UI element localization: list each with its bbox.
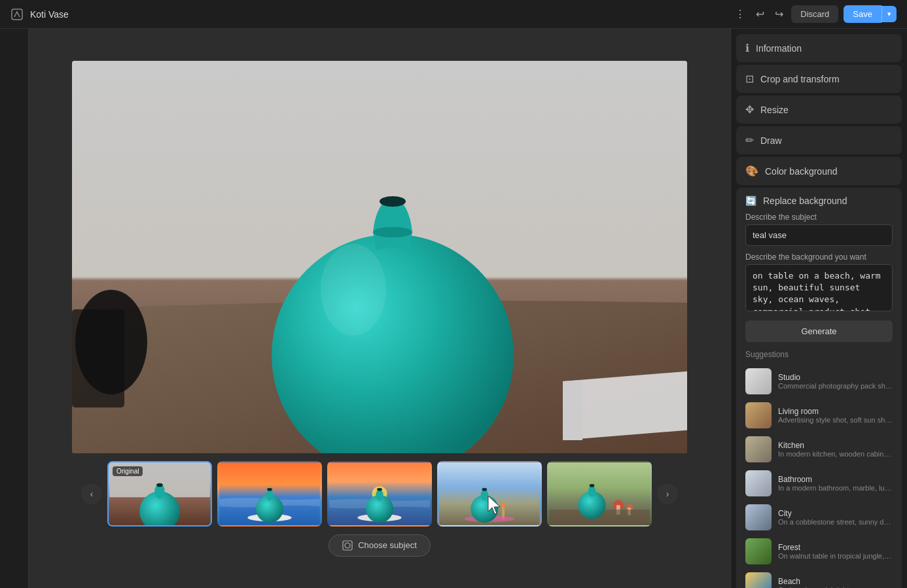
suggestion-text-3: Bathroom In a modern bathroom, marble, l…: [778, 475, 893, 492]
describe-bg-textarea[interactable]: on table on a beach, warm sun, beautiful…: [745, 264, 893, 311]
replace-bg-icon: 🔄: [745, 196, 756, 206]
topbar: Koti Vase ⋮ ↩ ↪ Discard Save ▾: [0, 0, 907, 29]
panel-item-draw[interactable]: ✏ Draw: [736, 126, 902, 154]
suggestions-title: Suggestions: [745, 350, 893, 359]
filmstrip-items: Original: [107, 461, 652, 527]
app-title: Koti Vase: [30, 9, 69, 20]
filmstrip-item-2[interactable]: [327, 461, 432, 527]
suggestion-desc-0: Commercial photography pack shot,...: [778, 382, 893, 390]
replace-bg-label: Replace background: [763, 196, 847, 206]
suggestion-text-0: Studio Commercial photography pack shot,…: [778, 373, 893, 390]
draw-label: Draw: [760, 135, 782, 146]
svg-point-41: [345, 543, 350, 548]
suggestion-thumb-6: [745, 572, 772, 588]
suggestion-name-6: Beach: [778, 577, 893, 586]
topbar-right: ⋮ ↩ ↪ Discard Save ▾: [732, 5, 897, 23]
panel-item-resize[interactable]: ✥ Resize: [736, 95, 902, 124]
suggestion-text-1: Living room Advertising style shot, soft…: [778, 407, 893, 424]
suggestion-item-studio[interactable]: Studio Commercial photography pack shot,…: [745, 364, 893, 398]
suggestion-name-1: Living room: [778, 407, 893, 416]
suggestion-item-forest[interactable]: Forest On walnut table in tropical jungl…: [745, 534, 893, 568]
canvas-image[interactable]: [72, 61, 687, 453]
describe-bg-group: Describe the background you want on tabl…: [745, 252, 893, 314]
canvas-svg: [72, 61, 687, 453]
replace-bg-section: 🔄 Replace background Describe the subjec…: [736, 188, 902, 588]
filmstrip-thumb-svg-2: [329, 462, 431, 525]
left-sidebar: [0, 29, 29, 588]
panel-item-information[interactable]: ℹ Information: [736, 34, 902, 62]
describe-subject-input[interactable]: [745, 224, 893, 246]
svg-point-26: [501, 503, 505, 507]
filmstrip-thumb-svg-4: [548, 462, 650, 525]
suggestions-list: Studio Commercial photography pack shot,…: [745, 364, 893, 588]
suggestion-item-beach[interactable]: Beach On beach sand, bright warm sun, bl…: [745, 568, 893, 588]
suggestion-thumb-4: [745, 504, 772, 530]
svg-point-12: [156, 483, 163, 487]
app-icon: [10, 8, 24, 21]
suggestion-thumb-1: [745, 402, 772, 428]
save-button-group: Save ▾: [844, 5, 897, 23]
crop-label: Crop and transform: [760, 74, 840, 84]
suggestion-thumb-2: [745, 436, 772, 462]
suggestions-section: Suggestions Studio Commercial photograph…: [745, 350, 893, 588]
suggestion-text-2: Kitchen In modern kitchen, wooden cabine…: [778, 441, 893, 458]
filmstrip-thumb-svg-1: [219, 462, 321, 525]
panel-item-color-bg[interactable]: 🎨 Color background: [736, 157, 902, 185]
crop-icon: ⊡: [745, 73, 754, 85]
svg-point-22: [376, 489, 383, 500]
filmstrip-item-3[interactable]: [437, 461, 542, 527]
filmstrip-prev-button[interactable]: ‹: [81, 483, 102, 504]
panel-item-crop[interactable]: ⊡ Crop and transform: [736, 65, 902, 93]
topbar-left: Koti Vase: [10, 8, 732, 21]
suggestion-item-kitchen[interactable]: Kitchen In modern kitchen, wooden cabine…: [745, 432, 893, 466]
right-panel: ℹ Information ⊡ Crop and transform ✥ Res…: [730, 29, 907, 588]
filmstrip-item-4[interactable]: [547, 461, 652, 527]
resize-label: Resize: [760, 105, 789, 115]
filmstrip-next-button[interactable]: ›: [657, 483, 678, 504]
svg-rect-40: [343, 541, 352, 550]
suggestion-item-city[interactable]: City On a cobblestone street, sunny dow.…: [745, 500, 893, 534]
filmstrip-item-1[interactable]: [217, 461, 322, 527]
discard-button[interactable]: Discard: [791, 5, 838, 23]
svg-point-6: [380, 196, 406, 207]
more-options-button[interactable]: ⋮: [732, 5, 748, 23]
suggestion-desc-1: Advertising style shot, soft sun shad...: [778, 416, 893, 424]
svg-point-39: [590, 484, 595, 487]
suggestion-item-bathroom[interactable]: Bathroom In a modern bathroom, marble, l…: [745, 466, 893, 500]
svg-point-8: [321, 244, 386, 336]
svg-point-38: [588, 485, 596, 496]
save-dropdown-button[interactable]: ▾: [881, 6, 897, 22]
describe-subject-label: Describe the subject: [745, 213, 893, 222]
choose-subject-button[interactable]: Choose subject: [329, 534, 431, 557]
replace-bg-header[interactable]: 🔄 Replace background: [745, 196, 893, 206]
suggestion-text-4: City On a cobblestone street, sunny dow.…: [778, 509, 893, 526]
suggestion-item-living-room[interactable]: Living room Advertising style shot, soft…: [745, 398, 893, 432]
describe-subject-group: Describe the subject: [745, 213, 893, 246]
svg-point-17: [267, 487, 272, 491]
suggestion-text-6: Beach On beach sand, bright warm sun, bl…: [778, 577, 893, 588]
svg-point-16: [266, 489, 274, 500]
filmstrip-thumb-svg-3: [438, 462, 541, 525]
color-bg-label: Color background: [765, 166, 838, 177]
information-icon: ℹ: [745, 42, 749, 54]
main-content: ‹ Original: [0, 29, 907, 588]
filmstrip: ‹ Original: [81, 461, 678, 527]
save-button[interactable]: Save: [844, 5, 881, 23]
undo-button[interactable]: ↩: [753, 5, 767, 23]
describe-bg-label: Describe the background you want: [745, 252, 893, 262]
svg-point-30: [482, 487, 487, 491]
information-label: Information: [756, 43, 802, 54]
suggestion-name-4: City: [778, 509, 893, 518]
filmstrip-item-original[interactable]: Original: [107, 461, 212, 527]
resize-icon: ✥: [745, 103, 754, 116]
generate-button[interactable]: Generate: [745, 320, 893, 342]
suggestion-desc-2: In modern kitchen, wooden cabinets...: [778, 450, 893, 458]
filmstrip-container: ‹ Original: [39, 461, 720, 557]
suggestion-thumb-0: [745, 368, 772, 394]
suggestion-name-3: Bathroom: [778, 475, 893, 484]
subject-icon: [342, 540, 353, 551]
suggestion-thumb-5: [745, 538, 772, 564]
redo-button[interactable]: ↪: [772, 5, 786, 23]
suggestion-thumb-3: [745, 470, 772, 496]
svg-point-5: [373, 227, 412, 237]
